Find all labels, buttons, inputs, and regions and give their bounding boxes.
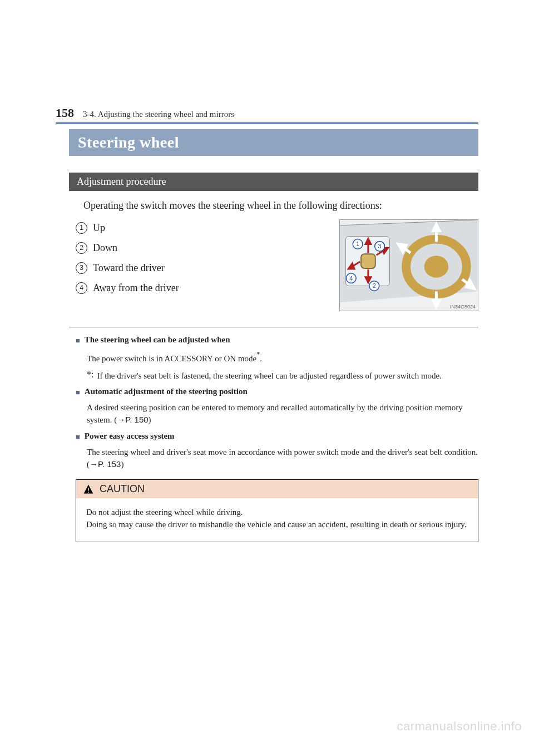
page-xref: →P. 153 [90, 459, 121, 469]
note-title-text: Automatic adjustment of the steering pos… [85, 387, 248, 398]
svg-rect-31 [88, 488, 89, 490]
svg-text:3: 3 [378, 243, 382, 249]
note-title-text: Power easy access system [85, 431, 175, 443]
steering-illustration: 1 2 3 4 IN34G5024 [339, 219, 478, 311]
caution-line: Do not adjust the steering wheel while d… [86, 506, 468, 518]
bullet-icon: ■ [76, 387, 80, 398]
page-xref: →P. 150 [117, 415, 148, 424]
svg-marker-7 [433, 300, 439, 307]
subsection-title: Adjustment procedure [69, 173, 478, 191]
caution-label: CAUTION [100, 483, 145, 495]
page-title: Steering wheel [69, 129, 478, 156]
illustration-code: IN34G5024 [450, 304, 476, 310]
footnote-marker: * [256, 350, 260, 358]
divider [69, 327, 478, 327]
svg-rect-13 [361, 254, 375, 268]
note-heading: ■ Automatic adjustment of the steering p… [76, 387, 478, 398]
direction-block: 1 Up 2 Down 3 Toward the driver 4 Away f… [76, 219, 478, 311]
svg-text:1: 1 [356, 240, 359, 247]
step-badge: 1 [76, 222, 87, 234]
note-heading: ■ Power easy access system [76, 431, 478, 443]
caution-box: CAUTION Do not adjust the steering wheel… [76, 479, 478, 542]
direction-label: Toward the driver [93, 259, 165, 276]
caution-body: Do not adjust the steering wheel while d… [76, 498, 478, 542]
svg-rect-32 [88, 492, 89, 493]
direction-label: Down [93, 239, 117, 256]
running-header: 158 3-4. Adjusting the steering wheel an… [56, 106, 478, 124]
note-heading: ■ The steering wheel can be adjusted whe… [76, 335, 478, 346]
intro-text: Operating the switch moves the steering … [83, 200, 478, 212]
svg-point-3 [424, 256, 448, 278]
note-body: The power switch is in ACCESSORY or ON m… [87, 350, 478, 365]
bullet-icon: ■ [76, 431, 80, 443]
note-body: The steering wheel and driver's seat mov… [87, 446, 478, 470]
step-badge: 4 [76, 282, 87, 294]
caution-header: CAUTION [76, 480, 478, 498]
notes-block: ■ The steering wheel can be adjusted whe… [76, 335, 478, 470]
step-badge: 3 [76, 262, 87, 274]
direction-label: Away from the driver [93, 279, 179, 296]
footnote: *: If the driver's seat belt is fastened… [87, 370, 478, 381]
list-item: 3 Toward the driver [76, 259, 328, 276]
note-body: A desired steering position can be enter… [87, 401, 478, 426]
watermark: carmanualsonline.info [397, 719, 522, 734]
note-title-text: The steering wheel can be adjusted when [85, 335, 230, 346]
list-item: 4 Away from the driver [76, 279, 328, 296]
svg-text:2: 2 [373, 282, 376, 289]
section-path: 3-4. Adjusting the steering wheel and mi… [83, 110, 234, 119]
direction-label: Up [93, 219, 105, 236]
bullet-icon: ■ [76, 335, 80, 346]
svg-text:4: 4 [349, 275, 353, 282]
caution-line: Doing so may cause the driver to mishand… [86, 518, 468, 531]
page-number: 158 [56, 106, 74, 120]
footnote-star: *: [87, 369, 93, 380]
direction-list: 1 Up 2 Down 3 Toward the driver 4 Away f… [76, 219, 328, 311]
step-badge: 2 [76, 242, 87, 254]
list-item: 1 Up [76, 219, 328, 236]
warning-icon [83, 484, 94, 495]
list-item: 2 Down [76, 239, 328, 256]
